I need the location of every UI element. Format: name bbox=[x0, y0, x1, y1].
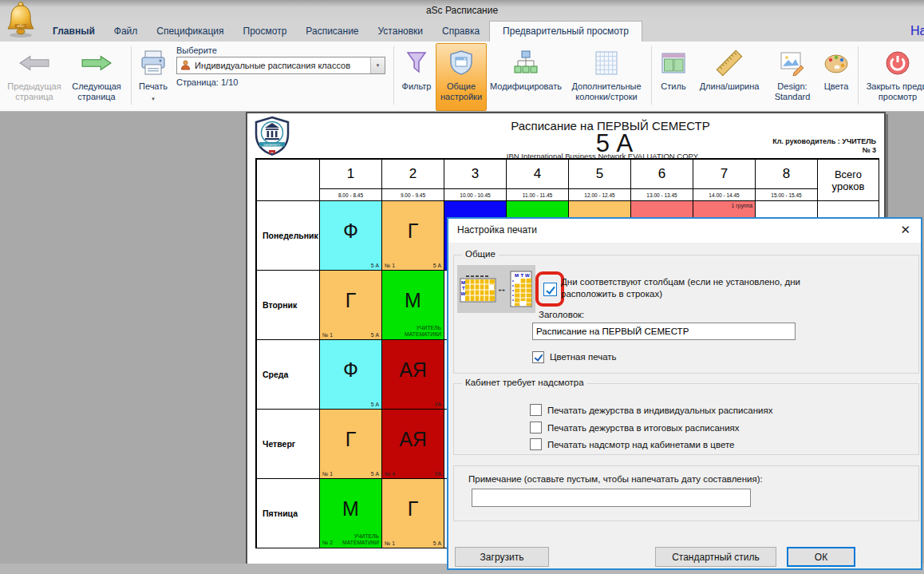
class-label: 5 А bbox=[371, 332, 379, 338]
toolbar-button-label: Длина/ширина bbox=[700, 81, 760, 92]
filter-button[interactable]: Фильтр bbox=[397, 43, 436, 111]
checkbox-label: Печатать дежурства в индивидуальных расп… bbox=[547, 406, 772, 415]
checkbox-unchecked[interactable] bbox=[530, 404, 542, 416]
design-standard-button[interactable]: Design: Standard bbox=[767, 43, 818, 111]
room-label: № 1 bbox=[322, 332, 333, 338]
dialog-titlebar[interactable]: Настройка печати ✕ bbox=[448, 219, 921, 243]
period-number: 4 bbox=[507, 160, 568, 188]
combobox-dropdown-button[interactable] bbox=[370, 57, 385, 73]
toolbar-button-label: Цвета bbox=[824, 81, 849, 92]
subject-abbr: М bbox=[320, 479, 381, 538]
close-preview-button[interactable]: Закрыть предв. просмотр bbox=[862, 43, 924, 111]
class-label: 5 А bbox=[371, 402, 379, 407]
class-label: 5 А bbox=[433, 263, 441, 268]
toolbar: Предыдущая страница Следующая страница П bbox=[0, 42, 924, 112]
ruler-icon bbox=[714, 47, 744, 79]
menu-item-2[interactable]: Файл bbox=[105, 21, 148, 42]
svg-text:W: W bbox=[525, 273, 530, 278]
room-label: № 1 bbox=[385, 540, 395, 546]
report-type-combobox[interactable]: Индивидуальные расписания классов bbox=[176, 57, 385, 74]
subject-abbr: Ф bbox=[320, 201, 381, 260]
teacher-name: МАТЕМАТИКИ bbox=[405, 331, 441, 338]
period-number: 7 bbox=[693, 160, 755, 188]
funnel-icon bbox=[402, 47, 431, 79]
window-titlebar: aSc Расписание bbox=[0, 0, 924, 21]
teacher-number: № 3 bbox=[772, 146, 876, 155]
color-print-checkbox[interactable] bbox=[532, 351, 544, 363]
load-button[interactable]: Загрузить bbox=[455, 547, 549, 567]
menu-item-4[interactable]: Просмотр bbox=[234, 21, 297, 42]
general-group: Общие M T W bbox=[453, 255, 919, 374]
menu-item-1[interactable]: Главный bbox=[43, 21, 105, 42]
window-icon bbox=[659, 47, 688, 79]
class-label: УА bbox=[435, 471, 441, 477]
note-field-label: Примечание (оставьте пустым, чтобы напеч… bbox=[468, 474, 763, 484]
teacher-line2: № 2МАТЕМАТИКИ bbox=[322, 540, 379, 546]
toolbar-button-label: Модифицировать bbox=[490, 81, 562, 92]
print-button[interactable]: Печать bbox=[135, 43, 172, 111]
next-page-button[interactable]: Следующая страница bbox=[65, 43, 128, 111]
period-time: 15.00 - 15.45 bbox=[756, 188, 817, 200]
subject-abbr: АЯ bbox=[382, 410, 444, 469]
standard-style-button[interactable]: Стандартный стиль bbox=[655, 547, 776, 567]
subject-abbr: АЯ bbox=[382, 340, 444, 399]
lesson-cell: МУЧИТЕЛЬ№ 2МАТЕМАТИКИ bbox=[320, 479, 382, 548]
class-label: УА bbox=[435, 402, 441, 407]
group-label: Общие bbox=[462, 249, 499, 259]
style-button[interactable]: Стиль bbox=[655, 43, 692, 111]
svg-text:UNIVERSITY: UNIVERSITY bbox=[263, 144, 281, 147]
day-label: Понедельник bbox=[257, 201, 320, 271]
menu-item-5[interactable]: Расписание bbox=[296, 21, 368, 42]
note-input[interactable] bbox=[472, 489, 751, 507]
class-label: 5 А bbox=[433, 540, 441, 546]
previous-page-button[interactable]: Предыдущая страница bbox=[3, 43, 65, 111]
toolbar-button-label: Предыдущая страница bbox=[3, 81, 65, 102]
teacher-line2: МАТЕМАТИКИ bbox=[385, 331, 441, 338]
period-number: 3 bbox=[444, 160, 506, 188]
period-time: 12.00 - 12.45 bbox=[569, 188, 630, 200]
teacher-line1: УЧИТЕЛЬ bbox=[322, 533, 379, 540]
menu-item-6[interactable]: Установки bbox=[369, 21, 432, 42]
toolbar-separator bbox=[131, 46, 132, 105]
menu-item-3[interactable]: Спецификация bbox=[147, 21, 233, 42]
days-in-columns-checkbox[interactable] bbox=[543, 283, 557, 296]
person-icon bbox=[180, 60, 191, 72]
ribbon-buttons: ФильтрОбщие настройкиМодифицироватьДопол… bbox=[397, 43, 924, 111]
period-header-cell: 613.00 - 13.45 bbox=[631, 160, 693, 201]
days-in-columns-icon: M T W bbox=[510, 271, 532, 309]
teacher-label: УЧИТЕЛЬМАТЕМАТИКИ bbox=[385, 325, 441, 338]
subject-abbr: Г bbox=[382, 201, 444, 260]
checkbox-unchecked[interactable] bbox=[530, 422, 542, 433]
general-settings-button[interactable]: Общие настройки bbox=[436, 43, 487, 111]
ok-button[interactable]: ОК bbox=[787, 547, 855, 567]
select-caption: Выберите bbox=[176, 46, 217, 55]
close-icon[interactable]: ✕ bbox=[900, 223, 910, 237]
lesson-cell: Г№ 15 А bbox=[320, 410, 382, 479]
toolbar-separator bbox=[651, 46, 652, 105]
extra-columns-rows-button[interactable]: Дополнительные колонки/строки bbox=[565, 43, 648, 111]
printer-icon bbox=[139, 47, 168, 79]
menu-item-7[interactable]: Справка bbox=[432, 21, 489, 42]
subject-abbr: Г bbox=[320, 271, 381, 330]
asc-bell-logo-icon[interactable]: -aSc- bbox=[6, 1, 36, 41]
colors-button[interactable]: Цвета bbox=[818, 43, 855, 111]
day-label: Вторник bbox=[257, 271, 320, 340]
modify-button[interactable]: Модифицировать bbox=[487, 43, 565, 111]
period-time: 9.00 - 9.45 bbox=[382, 188, 444, 200]
lesson-cell: Г№ 15 А bbox=[320, 271, 382, 340]
header-input[interactable] bbox=[532, 323, 796, 340]
lesson-cell: АЯУА bbox=[382, 340, 444, 410]
toolbar-button-label: Стиль bbox=[661, 81, 685, 92]
period-number: 5 bbox=[569, 160, 630, 188]
period-header-cell: 310.00 - 10.45 bbox=[444, 160, 507, 201]
toolbar-separator bbox=[858, 46, 859, 105]
period-time: 13.00 - 13.45 bbox=[631, 188, 693, 200]
tab-preview-active[interactable]: Предварительный просмотр bbox=[489, 21, 642, 42]
svg-text:W: W bbox=[461, 291, 466, 296]
period-number: 8 bbox=[756, 160, 817, 188]
period-number: 1 bbox=[320, 160, 381, 188]
design-icon bbox=[778, 47, 807, 79]
checkbox-unchecked[interactable] bbox=[530, 438, 542, 450]
length-width-button[interactable]: Длина/ширина bbox=[692, 43, 767, 111]
lesson-cell: АЯ№ 4УА bbox=[382, 410, 444, 479]
